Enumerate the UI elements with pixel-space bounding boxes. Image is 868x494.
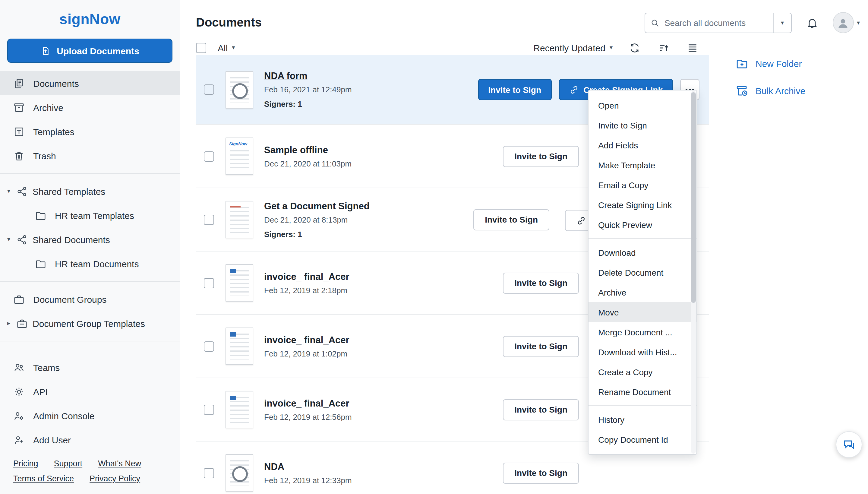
scrollbar-thumb[interactable] (691, 92, 696, 303)
refresh-button[interactable] (627, 40, 641, 55)
menu-item-archive[interactable]: Archive (589, 282, 696, 302)
row-actions: Invite to Sign (503, 462, 579, 483)
document-title[interactable]: Get a Document Signed (264, 201, 370, 211)
document-title[interactable]: NDA form (264, 71, 352, 81)
menu-item-invite-to-sign[interactable]: Invite to Sign (589, 115, 696, 135)
document-thumbnail[interactable] (226, 137, 253, 175)
avatar[interactable] (833, 12, 854, 33)
search-box[interactable]: ▾ (644, 12, 792, 33)
document-title[interactable]: invoice_ final_Acer (264, 335, 349, 345)
row-checkbox[interactable] (204, 468, 214, 478)
list-density-button[interactable] (685, 40, 699, 55)
row-actions: Invite to Sign (503, 399, 579, 420)
sidebar-item-archive[interactable]: Archive (0, 95, 180, 119)
row-checkbox[interactable] (204, 214, 214, 225)
sidebar-item-hr-team-templates[interactable]: HR team Templates (0, 203, 180, 227)
sidebar-item-document-group-templates[interactable]: ▸ Document Group Templates (0, 311, 180, 335)
rows-icon (687, 42, 698, 53)
sidebar-item-teams[interactable]: Teams (0, 355, 180, 379)
invite-to-sign-button[interactable]: Invite to Sign (503, 336, 579, 357)
terms-of-service-link[interactable]: Terms of Service (13, 474, 74, 483)
row-checkbox[interactable] (204, 151, 214, 162)
menu-item-make-template[interactable]: Make Template (589, 155, 696, 175)
row-checkbox[interactable] (204, 278, 214, 288)
privacy-policy-link[interactable]: Privacy Policy (90, 474, 140, 483)
document-info: invoice_ final_Acer Feb 12, 2019 at 12:5… (264, 398, 352, 421)
document-title[interactable]: invoice_ final_Acer (264, 271, 349, 282)
menu-item-delete-document[interactable]: Delete Document (589, 262, 696, 282)
menu-item-quick-preview[interactable]: Quick Preview (589, 215, 696, 235)
chevron-right-icon[interactable]: ▸ (7, 320, 10, 326)
row-actions: Invite to Sign (503, 146, 579, 167)
menu-scrollbar[interactable] (691, 91, 696, 454)
sidebar-item-trash[interactable]: Trash (0, 144, 180, 168)
pricing-link[interactable]: Pricing (13, 459, 38, 468)
invite-to-sign-button[interactable]: Invite to Sign (503, 462, 579, 483)
menu-item-download-with-history[interactable]: Download with Hist... (589, 342, 696, 362)
upload-documents-label: Upload Documents (57, 45, 139, 56)
invite-to-sign-button[interactable]: Invite to Sign (478, 79, 552, 100)
chevron-down-icon[interactable]: ▾ (7, 236, 10, 243)
sidebar-item-shared-documents[interactable]: ▾ Shared Documents (0, 227, 180, 251)
archive-icon (13, 102, 25, 113)
document-thumbnail[interactable] (226, 71, 253, 108)
notifications-button[interactable] (804, 14, 821, 31)
invite-to-sign-button[interactable]: Invite to Sign (473, 209, 549, 230)
template-icon (13, 126, 25, 137)
chevron-down-icon[interactable]: ▾ (7, 188, 10, 194)
divider (589, 238, 696, 239)
menu-item-download[interactable]: Download (589, 243, 696, 262)
row-checkbox[interactable] (204, 404, 214, 415)
menu-item-open[interactable]: Open (589, 95, 696, 115)
select-all-checkbox[interactable] (196, 42, 206, 53)
chat-support-button[interactable] (836, 431, 862, 458)
divider (0, 341, 180, 341)
row-checkbox[interactable] (204, 84, 214, 95)
sort-order-button[interactable] (656, 40, 671, 55)
whats-new-link[interactable]: What's New (98, 459, 141, 468)
menu-item-email-a-copy[interactable]: Email a Copy (589, 175, 696, 195)
invite-to-sign-button[interactable]: Invite to Sign (503, 399, 579, 420)
invite-to-sign-button[interactable]: Invite to Sign (503, 272, 579, 293)
document-title[interactable]: NDA (264, 461, 352, 472)
brand-logo[interactable]: signNow (0, 11, 180, 28)
document-thumbnail[interactable] (226, 201, 253, 238)
invite-to-sign-button[interactable]: Invite to Sign (503, 146, 579, 167)
sort-dropdown[interactable]: Recently Updated ▾ (533, 42, 613, 53)
sidebar-item-api[interactable]: API (0, 379, 180, 403)
document-title[interactable]: Sample offline (264, 145, 351, 155)
support-link[interactable]: Support (54, 459, 83, 468)
document-thumbnail[interactable] (226, 327, 253, 365)
sidebar-item-add-user[interactable]: Add User (0, 428, 180, 452)
search-scope-dropdown[interactable]: ▾ (773, 13, 791, 32)
document-thumbnail[interactable] (226, 391, 253, 428)
menu-item-create-signing-link[interactable]: Create Signing Link (589, 195, 696, 215)
document-thumbnail[interactable] (226, 264, 253, 302)
sidebar-item-templates[interactable]: Templates (0, 119, 180, 144)
menu-item-add-fields[interactable]: Add Fields (589, 135, 696, 155)
menu-item-rename-document[interactable]: Rename Document (589, 382, 696, 402)
bulk-archive-button[interactable]: Bulk Archive (736, 84, 868, 97)
sidebar-item-admin-console[interactable]: Admin Console (0, 403, 180, 428)
document-title[interactable]: invoice_ final_Acer (264, 398, 352, 408)
document-thumbnail[interactable] (226, 454, 253, 492)
menu-item-move[interactable]: Move (589, 302, 696, 322)
search-input[interactable] (664, 18, 773, 27)
folder-plus-icon (736, 57, 748, 70)
new-folder-label: New Folder (755, 58, 802, 69)
menu-item-copy-document-id[interactable]: Copy Document Id (589, 430, 696, 449)
new-folder-button[interactable]: New Folder (736, 57, 868, 70)
upload-documents-button[interactable]: Upload Documents (7, 39, 172, 63)
menu-item-merge-document[interactable]: Merge Document ... (589, 322, 696, 342)
main-header: Documents ▾ ▾ (180, 0, 868, 40)
sidebar-item-documents[interactable]: Documents (0, 71, 180, 95)
sidebar-item-shared-templates[interactable]: ▾ Shared Templates (0, 179, 180, 203)
account-menu[interactable]: ▾ (833, 12, 860, 33)
sidebar: signNow Upload Documents Documents Archi… (0, 0, 180, 494)
sidebar-item-document-groups[interactable]: Document Groups (0, 287, 180, 311)
menu-item-create-a-copy[interactable]: Create a Copy (589, 362, 696, 382)
menu-item-history[interactable]: History (589, 410, 696, 430)
sidebar-item-hr-team-documents[interactable]: HR team Documents (0, 251, 180, 276)
filter-all-dropdown[interactable]: All ▾ (218, 42, 235, 53)
row-checkbox[interactable] (204, 341, 214, 352)
